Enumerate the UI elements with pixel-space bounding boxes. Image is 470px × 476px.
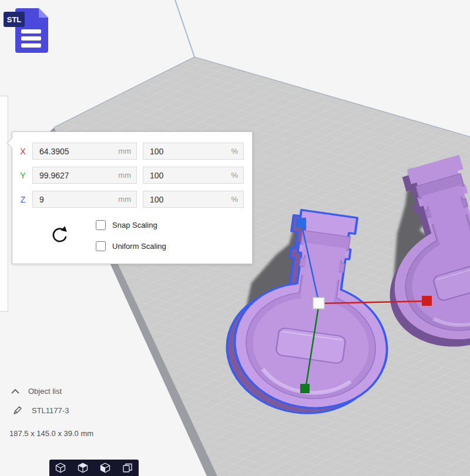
- object-list-item[interactable]: STL1177-3: [13, 406, 69, 415]
- scale-x-percent-unit: %: [231, 147, 238, 156]
- cube-half-view-icon[interactable]: [99, 462, 111, 474]
- model-dimensions: 187.5 x 145.0 x 39.0 mm: [9, 429, 93, 438]
- scale-x-mm-input[interactable]: [38, 146, 115, 157]
- stl-file-icon[interactable]: STL: [2, 2, 53, 58]
- build-volume-edge: [175, 0, 194, 57]
- cube-outline-view-icon[interactable]: [55, 462, 66, 474]
- scale-y-mm-unit: mm: [118, 171, 131, 180]
- scale-panel-controls: Snap Scaling Uniform Scaling: [17, 218, 247, 253]
- scale-z-mm-field[interactable]: mm: [32, 191, 137, 208]
- scale-z-mm-input[interactable]: [38, 194, 115, 205]
- axis-x-label: X: [17, 147, 29, 156]
- scale-row-z: Z mm %: [17, 190, 247, 208]
- pencil-icon: [13, 406, 22, 415]
- scale-y-percent-unit: %: [231, 171, 238, 180]
- scale-y-mm-input[interactable]: [38, 170, 115, 181]
- uniform-scaling-row: Uniform Scaling: [96, 239, 166, 253]
- scale-z-percent-field[interactable]: %: [143, 191, 244, 208]
- scale-handle-y[interactable]: [300, 384, 310, 393]
- application-window: STL X mm % Y mm %: [0, 0, 470, 476]
- scale-x-mm-unit: mm: [118, 147, 131, 156]
- object-list-toggle[interactable]: Object list: [11, 387, 62, 396]
- snap-scaling-label: Snap Scaling: [112, 221, 157, 229]
- document-fold-icon: [39, 8, 48, 18]
- scale-handle-uniform[interactable]: [313, 298, 324, 309]
- scale-row-y: Y mm %: [17, 166, 247, 184]
- scale-y-percent-field[interactable]: %: [143, 167, 244, 184]
- toolbar-strip[interactable]: [0, 96, 8, 312]
- scale-y-percent-input[interactable]: [149, 170, 227, 181]
- scale-y-mm-field[interactable]: mm: [32, 167, 137, 184]
- stl-badge-label: STL: [7, 15, 22, 24]
- axis-y-label: Y: [17, 171, 29, 180]
- scale-x-mm-field[interactable]: mm: [32, 143, 137, 160]
- scale-z-percent-unit: %: [231, 195, 238, 204]
- object-name: STL1177-3: [32, 406, 69, 415]
- axis-z-label: Z: [17, 195, 29, 204]
- object-list-label: Object list: [28, 387, 62, 396]
- scale-x-percent-field[interactable]: %: [143, 143, 244, 160]
- scale-x-percent-input[interactable]: [149, 146, 227, 157]
- reset-scale-button[interactable]: [50, 225, 70, 246]
- scale-z-mm-unit: mm: [118, 195, 131, 204]
- uniform-scaling-checkbox[interactable]: [96, 241, 106, 251]
- pages-view-icon[interactable]: [122, 462, 133, 474]
- snap-scaling-row: Snap Scaling: [96, 218, 166, 232]
- uniform-scaling-label: Uniform Scaling: [112, 242, 166, 251]
- view-mode-bar: [49, 460, 139, 476]
- scale-handle-z[interactable]: [296, 218, 306, 228]
- cube-solid-view-icon[interactable]: [77, 462, 89, 474]
- chevron-up-icon: [11, 389, 20, 394]
- scale-tool-panel: X mm % Y mm % Z mm: [12, 131, 253, 264]
- scale-row-x: X mm %: [17, 142, 247, 160]
- snap-scaling-checkbox[interactable]: [96, 220, 106, 230]
- scale-z-percent-input[interactable]: [149, 194, 227, 205]
- scale-handle-x[interactable]: [422, 296, 432, 306]
